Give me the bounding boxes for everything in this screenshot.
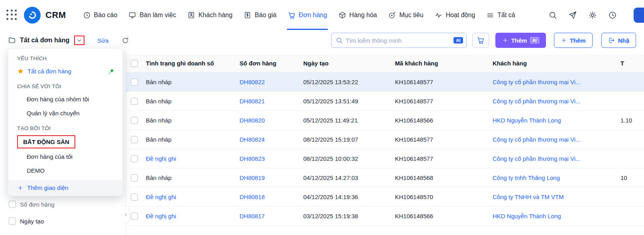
search-input[interactable] (346, 37, 451, 44)
add-order-button[interactable]: Thêm (554, 33, 593, 48)
select-all-checkbox[interactable] (131, 60, 138, 67)
filter-checkbox[interactable] (9, 201, 16, 208)
orders-toolbar: Tất cả đơn hàng Sửa AI Thêm AI Thêm Nhậ (0, 30, 644, 51)
table-row[interactable]: Đề nghị ghiDH8081703/12/2025 15:19:38KH1… (126, 207, 644, 226)
customer-link[interactable]: Công ty cổ phần thương mại Vi... (493, 79, 606, 85)
row-checkbox[interactable] (131, 194, 138, 201)
view-option[interactable]: Tất cả đơn hàng (8, 64, 122, 78)
column-header[interactable]: T (606, 60, 644, 67)
send-icon[interactable] (568, 11, 577, 20)
view-option[interactable]: BẤT ĐỘNG SẢN (8, 134, 122, 150)
table-row[interactable]: Bản nhápDH8081904/12/2025 14:27:03KH1061… (126, 168, 644, 188)
table-row[interactable]: Bản nhápDH8082005/12/2025 11:49:21KH1061… (126, 111, 644, 130)
filter-label: Ngày tạo (20, 218, 44, 225)
column-header[interactable]: Khách hàng (493, 60, 606, 67)
column-header[interactable]: Tình trạng ghi doanh số (146, 60, 240, 67)
row-checkbox[interactable] (131, 79, 138, 86)
crm-logo-icon[interactable] (24, 7, 41, 24)
row-checkbox[interactable] (131, 136, 138, 143)
nav-item-hang-hoa[interactable]: Hàng hóa (333, 0, 383, 30)
add-order-ai-label: Thêm (511, 37, 527, 44)
row-checkbox[interactable] (131, 155, 138, 162)
status-cell: Bản nháp (146, 174, 240, 181)
add-order-ai-button[interactable]: Thêm AI (495, 33, 546, 48)
nav-item-ban-lam-viec[interactable]: Bàn làm việc (123, 0, 182, 30)
row-checkbox[interactable] (131, 98, 138, 105)
annotation-box-view-chevron (74, 36, 84, 45)
customer-link[interactable]: HKD Nguyễn Thành Long (493, 117, 606, 124)
customer-link[interactable]: Công ty cổ phần thương mại Vi... (493, 136, 606, 143)
history-icon[interactable] (608, 11, 617, 20)
column-header[interactable]: Ngày tạo (303, 60, 395, 67)
view-option-label: DEMO (27, 167, 45, 174)
order-link[interactable]: DH80824 (240, 136, 303, 143)
gear-icon[interactable] (588, 11, 597, 20)
nav-item-muc-tieu[interactable]: Mục tiêu (383, 0, 429, 30)
nav-item-tat-ca[interactable]: Tất cả (481, 0, 520, 30)
refresh-icon[interactable] (122, 37, 129, 44)
nav-item-bao-gia[interactable]: Báo giá (238, 0, 282, 30)
status-cell[interactable]: Đề nghị ghi (146, 213, 240, 219)
order-link[interactable]: DH80818 (240, 194, 303, 200)
created-cell: 03/12/2025 15:19:38 (303, 213, 395, 219)
customer-link[interactable]: Công ty TNHH và TM VTM (493, 194, 606, 200)
app-launcher-icon[interactable] (6, 10, 18, 21)
filter-checkbox[interactable] (9, 217, 16, 225)
nav-item-khach-hang[interactable]: Khách hàng (182, 0, 238, 30)
nav-item-bao-cao[interactable]: Báo cáo (77, 0, 123, 30)
plus-icon (502, 37, 509, 43)
row-checkbox-cell (126, 136, 146, 143)
cart-quick-button[interactable] (472, 33, 489, 48)
app-title: CRM (45, 10, 66, 20)
customer-code-cell: KH106148566 (395, 117, 493, 124)
customer-link[interactable]: Công ty tnhh Thăng Long (493, 174, 606, 181)
column-header[interactable]: Mã khách hàng (395, 60, 493, 67)
table-header: Tình trạng ghi doanh sốSố đơn hàngNgày t… (126, 54, 644, 73)
order-link[interactable]: DH80817 (240, 213, 303, 219)
view-option[interactable]: DEMO (8, 164, 122, 178)
nav-item-don-hang[interactable]: Đơn hàng (282, 0, 333, 30)
row-checkbox[interactable] (131, 213, 138, 220)
customer-link[interactable]: Công ty cổ phần thương mại Vi... (493, 155, 606, 162)
column-header[interactable]: Số đơn hàng (240, 60, 303, 67)
activity-icon (434, 11, 442, 19)
view-option-label: Quản lý vận chuyển (27, 110, 80, 117)
row-checkbox[interactable] (131, 174, 138, 182)
chevron-down-icon[interactable] (76, 37, 82, 43)
created-cell: 08/12/2025 15:19:07 (303, 136, 395, 143)
customer-code-cell: KH106148577 (395, 79, 493, 85)
table-row[interactable]: Đề nghị ghiDH8082308/12/2025 10:00:32KH1… (126, 149, 644, 168)
filter-item[interactable]: Số đơn hàng (9, 201, 55, 208)
nav-item-hoat-dong[interactable]: Hoạt động (429, 0, 481, 30)
table-row[interactable]: Bản nhápDH8082408/12/2025 15:19:07KH1061… (126, 130, 644, 149)
order-link[interactable]: DH80820 (240, 117, 303, 124)
user-avatar[interactable] (634, 8, 644, 23)
table-row[interactable]: Bản nhápDH8082105/12/2025 13:51:49KH1061… (126, 92, 644, 111)
sidebar-collapse-handle[interactable]: ‹ (123, 205, 130, 223)
search-icon[interactable] (548, 11, 557, 20)
edit-view-button[interactable]: Sửa (97, 37, 108, 44)
filter-item[interactable]: Ngày tạo (9, 217, 44, 225)
row-checkbox[interactable] (131, 117, 138, 124)
view-option[interactable]: Quản lý vận chuyển (8, 106, 122, 120)
import-button[interactable]: Nhậ (601, 33, 636, 48)
order-link[interactable]: DH80821 (240, 98, 303, 105)
order-link[interactable]: DH80823 (240, 155, 303, 162)
order-link[interactable]: DH80819 (240, 174, 303, 181)
customer-link[interactable]: Công ty cổ phần thương mại Vi... (493, 98, 606, 105)
add-view-button[interactable]: Thêm giao diện (8, 180, 122, 196)
pin-icon[interactable] (108, 68, 114, 75)
view-option-label: Đơn hàng của nhóm tôi (27, 96, 89, 103)
order-link[interactable]: DH80822 (240, 79, 303, 85)
header-checkbox-cell (126, 60, 146, 67)
workspace-icon (128, 11, 136, 19)
view-option[interactable]: Đơn hàng của tôi (8, 150, 122, 164)
view-option[interactable]: Đơn hàng của nhóm tôi (8, 92, 122, 106)
table-row[interactable]: Bản nhápDH8082205/12/2025 13:53:22KH1061… (126, 73, 644, 92)
view-selector-label[interactable]: Tất cả đơn hàng (20, 37, 69, 44)
customer-link[interactable]: HKD Nguyễn Thành Long (493, 213, 606, 219)
table-row[interactable]: Đề nghị ghiDH8081804/12/2025 14:19:36KH1… (126, 188, 644, 207)
status-cell[interactable]: Đề nghị ghi (146, 155, 240, 162)
customer-code-cell: KH106148577 (395, 136, 493, 143)
status-cell[interactable]: Đề nghị ghi (146, 194, 240, 200)
